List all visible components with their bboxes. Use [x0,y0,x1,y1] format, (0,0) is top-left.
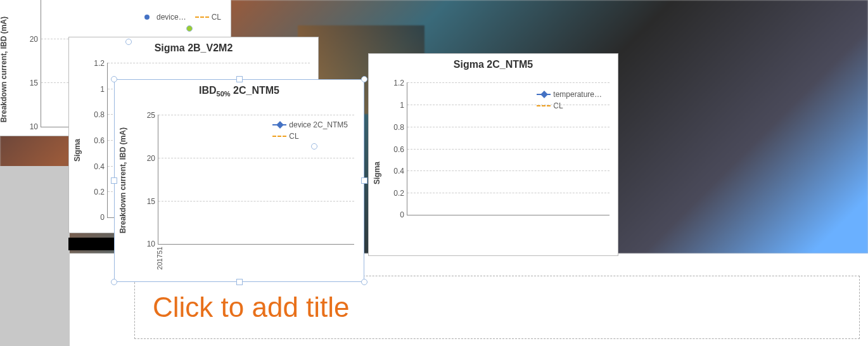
chart-d[interactable]: Sigma 2C_NTM5 Sigma temperature… CL 1.2 … [368,53,618,256]
selection-handle-icon[interactable] [111,177,117,184]
black-strip [68,238,119,250]
chart-b-ylabel: Sigma [73,139,82,162]
chart-d-plot: 1.2 1 0.8 0.6 0.4 0.2 0 [407,82,610,215]
chart-c-ylabel: Breakdown current, IBD (mA) [118,127,127,233]
ytick: 20 [147,154,155,163]
ytick: 0.6 [94,136,105,145]
ytick: 15 [30,79,38,87]
title-suffix: 2C_NTM5 [231,85,279,96]
ytick: 20 [30,35,38,44]
chart-c-plot: 25 20 15 10 201751 [158,115,354,245]
ytick: 0.4 [94,162,105,171]
ytick: 0.8 [94,110,105,119]
chart-b-title: Sigma 2B_V2M2 [69,37,318,54]
xtick: 201751 [156,247,163,270]
ytick: 0.2 [393,189,404,198]
chart-d-title: Sigma 2C_NTM5 [369,54,618,70]
title-placeholder[interactable]: Click to add title [134,276,860,339]
ytick: 10 [147,240,155,248]
title-placeholder-text: Click to add title [153,292,350,323]
ytick: 0.4 [393,167,404,176]
rotation-handle-icon[interactable] [186,25,193,32]
chart-a-ylabel: Breakdown current, IBD (mA) [0,16,8,122]
ytick: 25 [147,111,155,120]
ytick: 1.2 [94,59,105,68]
selection-handle-icon[interactable] [236,76,243,82]
ytick: 1.2 [393,79,404,87]
ytick: 1 [100,85,105,94]
ytick: 15 [147,197,155,206]
ytick: 0.2 [94,188,105,196]
chart-c-title: IBD50% 2C_NTM5 [115,80,364,98]
selection-handle-icon[interactable] [361,76,367,82]
selection-handle-icon[interactable] [111,76,117,82]
title-sub: 50% [217,90,231,98]
title-prefix: IBD [199,85,217,96]
chart-c[interactable]: IBD50% 2C_NTM5 Breakdown current, IBD (m… [114,79,364,282]
selection-handle-icon[interactable] [236,279,243,285]
ytick: 0.8 [393,123,404,132]
selection-handle-icon[interactable] [311,143,317,150]
selection-handle-icon[interactable] [125,39,132,45]
ytick: 0 [100,213,105,222]
selection-handle-icon[interactable] [111,279,117,285]
app-gray-pane [0,166,70,346]
ytick: 10 [30,122,38,131]
selection-handle-icon[interactable] [361,279,367,285]
ytick: 1 [400,101,404,110]
selection-handle-icon[interactable] [361,177,367,184]
chart-d-ylabel: Sigma [373,162,381,184]
ytick: 0 [400,210,404,219]
ytick: 0.6 [393,145,404,154]
